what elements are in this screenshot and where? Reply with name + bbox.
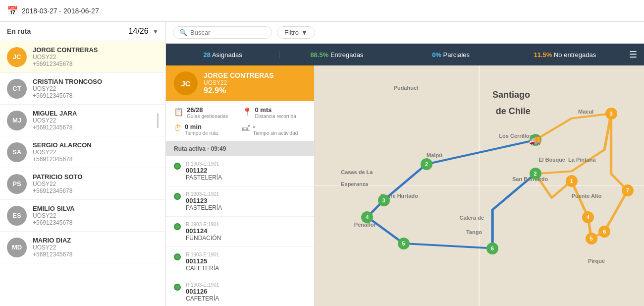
route-status-dot xyxy=(174,193,181,200)
search-bar: 🔍 Filtro ▼ xyxy=(166,22,644,44)
route-item[interactable]: R:1903-E:1901 001122 PASTELERÍA xyxy=(166,156,314,186)
sidebar-title: En ruta xyxy=(7,27,31,35)
map-marker-orange[interactable]: 3 xyxy=(605,108,617,120)
stat-guides: 📋 26/28 Guías gestionadas xyxy=(174,106,238,119)
search-input-wrap[interactable]: 🔍 xyxy=(173,26,272,39)
partial-label: Parciales xyxy=(443,51,470,59)
route-item[interactable]: R:1903-E:1901 001125 CAFETERÍA xyxy=(166,247,314,277)
assigned-value: 28 xyxy=(204,51,211,59)
driver-item[interactable]: JC JORGE CONTRERAS UOSY22 +56912345678 xyxy=(0,41,165,73)
avatar: JC xyxy=(7,47,27,67)
driver-code: UOSY22 xyxy=(33,244,72,251)
map-marker-green[interactable]: 2 xyxy=(421,158,432,170)
route-info: R:1903-E:1901 001125 CAFETERÍA xyxy=(186,252,219,272)
not-delivered-label: No entregadas xyxy=(554,51,596,59)
driver-phone: +56912345678 xyxy=(33,251,72,258)
map-marker-orange[interactable]: 6 xyxy=(598,226,610,238)
avatar: SA xyxy=(7,142,27,162)
time-label: Tiempo de ruta xyxy=(185,130,218,136)
menu-icon[interactable]: ☰ xyxy=(622,49,644,60)
guides-icon: 📋 xyxy=(174,107,184,117)
detail-avatar: JC xyxy=(174,71,198,95)
route-type: PASTELERÍA xyxy=(186,174,222,181)
filter-button[interactable]: Filtro ▼ xyxy=(277,26,315,39)
partial-value: 0% xyxy=(432,51,441,59)
sidebar-header: En ruta 14/26 ▼ xyxy=(0,22,165,41)
stat-distance: 📍 0 mts Distancia recorrida xyxy=(242,106,307,119)
stats-bar: 28 Asignadas 88.5% Entregadas 0% Parcial… xyxy=(166,44,644,65)
detail-driver-name: JORGE CONTRERAS xyxy=(204,71,274,79)
map-marker-orange[interactable]: 1 xyxy=(566,175,578,187)
avatar: MD xyxy=(7,238,27,257)
driver-item[interactable]: MD MARIO DIAZ UOSY22 +56912345678 xyxy=(0,232,165,263)
route-item[interactable]: R:1903-E:1901 001123 PASTELERÍA xyxy=(166,186,314,217)
filter-chevron-icon: ▼ xyxy=(301,29,308,36)
guides-label: Guías gestionadas xyxy=(187,114,228,119)
driver-phone: +56912345678 xyxy=(33,61,98,67)
route-num: 001124 xyxy=(186,227,221,235)
search-icon: 🔍 xyxy=(179,29,187,36)
map-marker-green[interactable]: 5 xyxy=(398,238,410,249)
chevron-down-icon[interactable]: ▼ xyxy=(153,28,159,35)
route-type: FUNDACIÓN xyxy=(186,235,221,242)
filter-label: Filtro xyxy=(284,29,299,36)
driver-phone: +56912345678 xyxy=(33,92,102,99)
route-status-dot xyxy=(174,253,181,260)
delivered-label: Entregadas xyxy=(330,51,364,59)
stat-idle: 🛋 - Tiempo sin actividad xyxy=(242,123,307,136)
stat-not-delivered: 11.5% No entregadas xyxy=(508,51,622,59)
avatar: MJ xyxy=(7,111,27,130)
route-num: 001123 xyxy=(186,197,222,204)
driver-item[interactable]: ES EMILIO SILVA UOSY22 +56912345678 xyxy=(0,200,165,232)
map-marker-orange[interactable]: 5 xyxy=(586,233,597,245)
route-num: 001125 xyxy=(186,257,219,265)
driver-name: MARIO DIAZ xyxy=(33,237,72,244)
detail-stats: 📋 26/28 Guías gestionadas 📍 0 mts Distan… xyxy=(166,101,314,141)
driver-list: JC JORGE CONTRERAS UOSY22 +56912345678 C… xyxy=(0,41,165,306)
avatar: ES xyxy=(7,206,27,226)
map-marker-green[interactable]: 3 xyxy=(378,194,390,206)
driver-item[interactable]: MJ MIGUEL JARA UOSY22 +56912345678 xyxy=(0,105,165,136)
activity-indicator xyxy=(157,113,159,128)
driver-item[interactable]: SA SERGIO ALARCON UOSY22 +56912345678 xyxy=(0,136,165,168)
driver-phone: +56912345678 xyxy=(33,124,77,131)
route-list: R:1903-E:1901 001122 PASTELERÍA R:1903-E… xyxy=(166,156,314,306)
right-panel: 🔍 Filtro ▼ 28 Asignadas 88.5% Entregadas… xyxy=(166,22,644,306)
detail-info: JORGE CONTRERAS UOSY22 92.9% xyxy=(204,71,274,95)
map-marker-orange[interactable]: 7 xyxy=(622,184,634,196)
search-input[interactable] xyxy=(190,29,260,36)
driver-item[interactable]: PS PATRICIO SOTO UOSY22 +56912345678 xyxy=(0,168,165,200)
route-num: 001122 xyxy=(186,167,222,174)
driver-code: UOSY22 xyxy=(33,85,102,92)
driver-code: UOSY22 xyxy=(33,117,77,124)
top-bar: 📅 2018-03-27 - 2018-06-27 xyxy=(0,0,644,22)
route-ref: R:1903-E:1901 xyxy=(186,282,219,288)
map-marker-green[interactable]: 4 xyxy=(361,211,373,223)
route-ref: R:1903-E:1901 xyxy=(186,222,221,227)
driver-code: UOSY22 xyxy=(33,149,92,156)
driver-code: UOSY22 xyxy=(33,212,75,219)
map-marker-orange[interactable]: 4 xyxy=(582,211,594,223)
map-svg xyxy=(315,65,644,306)
route-item[interactable]: R:1903-E:1901 001126 CAFETERÍA xyxy=(166,277,314,306)
driver-name: EMILIO SILVA xyxy=(33,205,75,212)
lower-content: JC JORGE CONTRERAS UOSY22 92.9% 📋 26/28 … xyxy=(166,65,644,306)
route-type: PASTELERÍA xyxy=(186,204,222,211)
distance-icon: 📍 xyxy=(242,107,252,117)
map-marker-green[interactable]: 6 xyxy=(486,243,498,254)
stat-time: ⏱ 0 min Tiempo de ruta xyxy=(174,123,238,136)
main-content: En ruta 14/26 ▼ JC JORGE CONTRERAS UOSY2… xyxy=(0,22,644,306)
idle-icon: 🛋 xyxy=(242,124,250,133)
route-info: R:1903-E:1901 001126 CAFETERÍA xyxy=(186,282,219,302)
driver-info: CRISTIAN TRONCOSO UOSY22 +56912345678 xyxy=(33,78,102,99)
map-area[interactable]: PudahuelSantiagode ChileLos CerrillosMai… xyxy=(315,65,644,306)
route-ref: R:1903-E:1901 xyxy=(186,191,222,197)
calendar-icon: 📅 xyxy=(7,5,18,16)
driver-info: JORGE CONTRERAS UOSY22 +56912345678 xyxy=(33,46,98,67)
driver-code: UOSY22 xyxy=(33,181,82,187)
driver-name: PATRICIO SOTO xyxy=(33,173,82,181)
route-item[interactable]: R:1903-E:1901 001124 FUNDACIÓN xyxy=(166,217,314,247)
map-marker-green[interactable]: 2 xyxy=(530,168,541,180)
driver-info: EMILIO SILVA UOSY22 +56912345678 xyxy=(33,205,75,226)
driver-item[interactable]: CT CRISTIAN TRONCOSO UOSY22 +56912345678 xyxy=(0,73,165,105)
